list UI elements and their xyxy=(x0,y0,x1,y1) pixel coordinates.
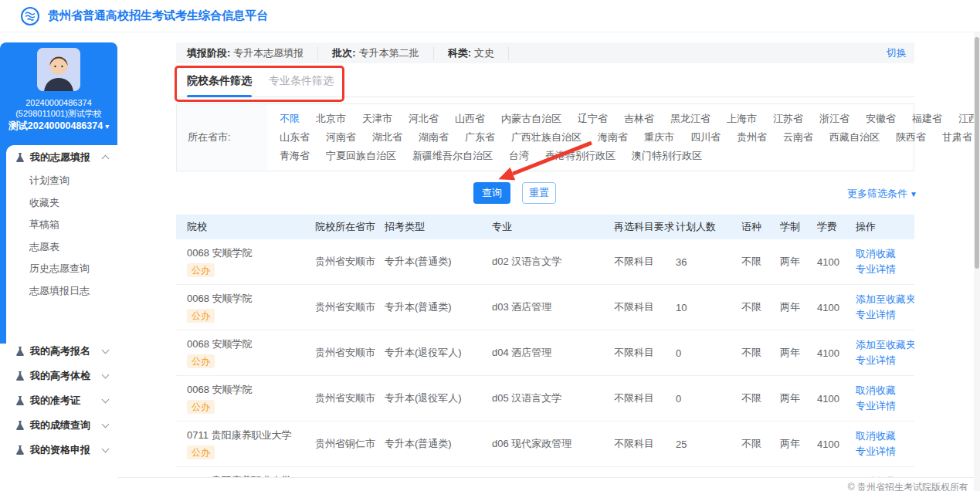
cell-plan: 36 xyxy=(676,256,741,268)
info-item-2: 科类:文史 xyxy=(448,46,509,60)
public-badge: 公办 xyxy=(187,354,215,368)
flask-icon xyxy=(16,396,24,405)
province-option[interactable]: 不限 xyxy=(280,112,300,126)
province-options: 不限北京市天津市河北省山西省内蒙古自治区辽宁省吉林省黑龙江省上海市江苏省浙江省安… xyxy=(267,104,980,171)
operation-link[interactable]: 取消收藏 xyxy=(856,246,914,262)
sidebar-group-label: 我的资格申报 xyxy=(30,443,103,457)
cell-city: 贵州省铜仁市 xyxy=(315,437,385,451)
province-option[interactable]: 甘肃省 xyxy=(942,130,972,144)
table-row: 0068 安顺学院公办贵州省安顺市专升本(普通类)d03 酒店管理不限科目10不… xyxy=(176,285,914,330)
province-option[interactable]: 青海省 xyxy=(280,149,310,163)
cell-fee: 4100 xyxy=(817,439,856,450)
province-option[interactable]: 山东省 xyxy=(280,130,310,144)
cell-years: 两年 xyxy=(780,300,817,314)
province-option[interactable]: 内蒙古自治区 xyxy=(501,112,561,126)
tab-0[interactable]: 院校条件筛选 xyxy=(187,65,252,97)
sidebar-item[interactable]: 历史志愿查询 xyxy=(6,258,117,280)
sidebar-item[interactable]: 收藏夹 xyxy=(6,192,117,215)
province-option[interactable]: 河北省 xyxy=(409,112,439,126)
province-option[interactable]: 宁夏回族自治区 xyxy=(326,149,396,163)
sidebar-group-5[interactable]: 我的资格申报 xyxy=(6,438,117,462)
province-option[interactable]: 云南省 xyxy=(783,130,813,144)
sidebar-group-label: 我的高考报名 xyxy=(30,344,103,358)
province-option[interactable]: 广东省 xyxy=(465,130,495,144)
province-option[interactable]: 浙江省 xyxy=(819,112,849,126)
province-option[interactable]: 新疆维吾尔自治区 xyxy=(412,149,493,163)
cell-years: 两年 xyxy=(780,437,817,451)
province-option[interactable]: 西藏自治区 xyxy=(829,130,880,144)
sidebar-group-label: 我的成绩查询 xyxy=(30,418,103,432)
province-option[interactable]: 澳门特别行政区 xyxy=(632,149,702,163)
province-option[interactable]: 安徽省 xyxy=(866,112,896,126)
more-filters-link[interactable]: 更多筛选条件▼ xyxy=(847,187,917,201)
sidebar-submenu: 计划查询收藏夹草稿箱志愿表历史志愿查询志愿填报日志 xyxy=(6,170,117,302)
scrollbar-thumb[interactable] xyxy=(975,37,979,269)
sidebar-item[interactable]: 草稿箱 xyxy=(6,214,117,236)
operation-link[interactable]: 专业详情 xyxy=(856,307,914,323)
province-option[interactable]: 海南省 xyxy=(598,130,628,144)
province-option[interactable]: 重庆市 xyxy=(644,130,674,144)
province-option[interactable]: 贵州省 xyxy=(737,130,767,144)
scrollbar[interactable] xyxy=(974,32,980,491)
flask-icon xyxy=(16,347,24,356)
sidebar-group-4[interactable]: 我的成绩查询 xyxy=(6,413,117,438)
province-option[interactable]: 上海市 xyxy=(727,112,757,126)
user-display-dropdown[interactable]: 测试20240000486374▾ xyxy=(0,120,117,133)
chevron-down-icon xyxy=(102,371,110,379)
footer-copyright: © 贵州省招生考试院版权所有 xyxy=(848,482,968,491)
province-option[interactable]: 山西省 xyxy=(455,112,485,126)
operation-link[interactable]: 添加至收藏夹 xyxy=(856,337,914,353)
operation-link[interactable]: 取消收藏 xyxy=(856,428,914,444)
sidebar-item[interactable]: 志愿填报日志 xyxy=(6,280,117,303)
province-option[interactable]: 四川省 xyxy=(690,130,721,144)
sidebar-group-0[interactable]: 我的志愿填报 xyxy=(6,145,117,170)
sidebar-group-3[interactable]: 我的准考证 xyxy=(6,388,117,413)
sidebar-group-1[interactable]: 我的高考报名 xyxy=(6,339,117,364)
switch-link[interactable]: 切换 xyxy=(887,46,907,60)
college-cell: 0068 安顺学院公办 xyxy=(176,246,315,277)
sidebar-group-2[interactable]: 我的高考体检 xyxy=(6,364,117,388)
province-option[interactable]: 福建省 xyxy=(912,112,942,126)
province-option[interactable]: 河南省 xyxy=(326,130,356,144)
cell-major: d03 酒店管理 xyxy=(492,300,614,314)
province-option[interactable]: 江苏省 xyxy=(773,112,803,126)
operation-link[interactable]: 专业详情 xyxy=(856,353,914,368)
cell-type: 专升本(普通类) xyxy=(385,300,492,314)
province-option[interactable]: 湖北省 xyxy=(372,130,402,144)
query-button[interactable]: 查询 xyxy=(473,182,510,204)
public-badge: 公办 xyxy=(187,309,215,323)
province-option[interactable]: 黑龙江省 xyxy=(670,112,710,126)
sidebar-group-label: 我的准考证 xyxy=(30,394,103,408)
operation-link[interactable]: 专业详情 xyxy=(856,398,914,414)
province-option[interactable]: 广西壮族自治区 xyxy=(511,130,582,144)
province-option[interactable]: 台湾 xyxy=(509,149,529,163)
province-option[interactable]: 陕西省 xyxy=(896,130,926,144)
operation-link[interactable]: 添加至收藏夹 xyxy=(856,292,914,307)
column-header: 专业 xyxy=(492,220,614,234)
table-header: 院校院校所在省市招考类型专业再选科目要求计划人数语种学制学费操作 xyxy=(176,215,914,239)
operation-link[interactable]: 取消收藏 xyxy=(856,383,914,398)
column-header: 操作 xyxy=(856,220,914,234)
cell-major: d05 汉语言文学 xyxy=(492,391,614,405)
operation-link[interactable]: 专业详情 xyxy=(856,444,914,459)
cell-lang: 不限 xyxy=(741,391,780,405)
province-option[interactable]: 辽宁省 xyxy=(578,112,608,126)
tab-1[interactable]: 专业条件筛选 xyxy=(269,65,334,97)
province-option[interactable]: 北京市 xyxy=(316,112,346,126)
info-item-value: 专升本志愿填报 xyxy=(233,47,303,59)
sidebar-menu: 我的志愿填报计划查询收藏夹草稿箱志愿表历史志愿查询志愿填报日志我的高考报名我的高… xyxy=(6,145,117,462)
province-option[interactable]: 天津市 xyxy=(362,112,392,126)
reset-button[interactable]: 重置 xyxy=(522,182,556,204)
sidebar-item[interactable]: 志愿表 xyxy=(6,236,117,259)
province-option[interactable]: 香港特别行政区 xyxy=(545,149,615,163)
province-option[interactable]: 吉林省 xyxy=(624,112,654,126)
flask-icon xyxy=(16,371,24,381)
operation-link[interactable]: 专业详情 xyxy=(856,262,914,277)
user-id: 20240000486374 xyxy=(0,97,117,108)
caret-down-icon: ▾ xyxy=(105,122,109,130)
info-item-label: 科类: xyxy=(448,47,471,59)
cell-fee: 4100 xyxy=(817,256,856,268)
sidebar-group-label: 我的志愿填报 xyxy=(30,151,103,164)
province-option[interactable]: 湖南省 xyxy=(419,130,449,144)
sidebar-item[interactable]: 计划查询 xyxy=(6,170,117,192)
